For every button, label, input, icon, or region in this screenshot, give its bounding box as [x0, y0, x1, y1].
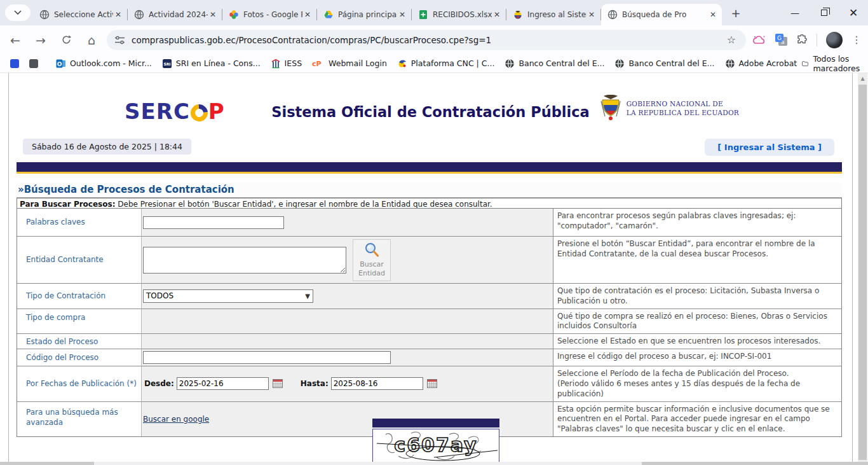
desde-date-input[interactable]: [177, 377, 269, 390]
label-busqueda-avanzada: Para una búsqueda más avanzada: [17, 402, 142, 436]
desc-estado-proceso: Seleccione el Estado en que se encuentre…: [553, 334, 841, 349]
tab-label: Seleccione Activ: [54, 10, 113, 19]
field-tipo-contratacion: TODOS ▼: [142, 284, 553, 309]
tab-strip: Seleccione Activ ✕ Actividad 2024-1 ✕ Fo…: [0, 0, 868, 25]
ai-cloud-icon[interactable]: [752, 35, 766, 45]
ecuador-crest-icon: [513, 10, 523, 20]
login-button[interactable]: [ Ingresar al Sistema ]: [705, 139, 834, 156]
new-tab-button[interactable]: +: [728, 6, 743, 20]
calendar-icon[interactable]: [427, 379, 437, 388]
site-page: SERCP Sistema Oficial de Contratación Pú…: [8, 73, 853, 465]
field-palabras-claves: [142, 209, 553, 237]
address-bar[interactable]: compraspublicas.gob.ec/ProcesoContrataci…: [107, 30, 746, 50]
horizontal-scrollbar-thumb[interactable]: [94, 462, 642, 465]
chevron-down-icon: [14, 10, 22, 15]
field-entidad-contratante: Buscar Entidad: [142, 237, 553, 284]
translate-icon[interactable]: Ga: [775, 34, 787, 46]
tab-seleccione[interactable]: Seleccione Activ ✕: [33, 4, 127, 25]
extensions-puzzle-icon[interactable]: [796, 34, 808, 46]
tab-close-icon[interactable]: ✕: [302, 10, 313, 19]
label-tipo-compra: Tipo de compra: [17, 309, 142, 335]
bookmark-webmail[interactable]: cP Webmail Login: [307, 59, 392, 68]
tab-label: RECIBIDOS.xlsx -: [433, 10, 492, 19]
tab-busqueda-active[interactable]: Búsqueda de Pro ✕: [601, 4, 722, 25]
google-sheets-icon: [418, 10, 428, 20]
globe-icon: [505, 59, 515, 69]
restore-button[interactable]: [810, 0, 839, 25]
hasta-date-input[interactable]: [331, 377, 423, 390]
field-codigo-proceso: [142, 349, 553, 366]
tab-close-icon[interactable]: ✕: [113, 10, 123, 19]
globe-icon: [725, 59, 735, 69]
iess-icon: [271, 59, 281, 69]
tab-actividad[interactable]: Actividad 2024-1 ✕: [128, 4, 222, 25]
bookmark-blue-square[interactable]: [0, 59, 24, 68]
tab-recibidos[interactable]: RECIBIDOS.xlsx - ✕: [412, 4, 506, 25]
gray-square-icon: [29, 59, 38, 68]
vertical-scrollbar-thumb[interactable]: [858, 85, 867, 460]
bookmark-banco-central-1[interactable]: Banco Central del E...: [499, 59, 609, 69]
tab-search-button[interactable]: [5, 4, 31, 21]
home-button[interactable]: ⌂: [81, 30, 102, 50]
tipo-contratacion-select[interactable]: TODOS ▼: [143, 289, 313, 303]
desc-busqueda-avanzada: Esta opción permite buscar información e…: [553, 402, 841, 436]
bookmark-banco-central-2[interactable]: Banco Central del E...: [609, 59, 719, 69]
label-estado-proceso: Estado del Proceso: [17, 334, 142, 349]
tab-fotos[interactable]: Fotos - Google F ✕: [222, 4, 316, 25]
buscar-en-google-link[interactable]: Buscar en google: [143, 415, 209, 424]
url-text[interactable]: compraspublicas.gob.ec/ProcesoContrataci…: [132, 35, 724, 45]
label-entidad-contratante: Entidad Contratante: [17, 237, 142, 284]
bookmark-star-icon[interactable]: ☆: [724, 34, 738, 46]
all-bookmarks-label: Todos los marcadores: [813, 54, 864, 73]
buscar-entidad-button[interactable]: Buscar Entidad: [353, 239, 391, 281]
forward-button[interactable]: →: [31, 30, 51, 50]
browser-menu-icon[interactable]: ⋮: [851, 34, 862, 46]
all-bookmarks[interactable]: Todos los marcadores: [802, 54, 868, 73]
scroll-up-arrow-icon[interactable]: ▲: [858, 73, 867, 83]
reload-button[interactable]: [56, 30, 76, 50]
entity-textarea[interactable]: [143, 247, 346, 274]
bookmark-sri[interactable]: SRI SRI en Línea - Cons...: [157, 59, 266, 69]
back-button[interactable]: ←: [5, 30, 25, 50]
keywords-input[interactable]: [143, 216, 284, 229]
codigo-proceso-input[interactable]: [143, 351, 391, 364]
bookmark-cnc[interactable]: Plataforma CNC | C...: [392, 59, 500, 69]
close-window-button[interactable]: ✕: [839, 0, 868, 25]
minimize-button[interactable]: —: [780, 0, 810, 25]
site-header: SERCP Sistema Oficial de Contratación Pú…: [9, 73, 852, 135]
globe-icon: [614, 59, 625, 69]
tab-ingreso[interactable]: Ingreso al Sistem ✕: [506, 4, 600, 25]
bookmark-adobe-acrobat[interactable]: Adobe Acrobat: [720, 59, 803, 69]
svg-text:SRI: SRI: [163, 62, 170, 66]
folder-icon: [802, 59, 808, 68]
site-settings-icon[interactable]: [114, 36, 125, 45]
tab-close-icon[interactable]: ✕: [708, 10, 718, 19]
profile-avatar[interactable]: [826, 32, 843, 48]
section-title: »Búsqueda de Procesos de Contratación: [17, 183, 842, 198]
tab-close-icon[interactable]: ✕: [492, 10, 502, 19]
bookmark-label: SRI en Línea - Cons...: [176, 59, 261, 68]
restore-icon: [821, 10, 827, 16]
label-fechas-publicacion: Por Fechas de Publicación (*): [17, 366, 142, 401]
globe-icon: [134, 10, 144, 20]
globe-icon: [607, 10, 618, 20]
google-drive-icon: [323, 10, 334, 20]
bookmark-label: Banco Central del E...: [628, 59, 714, 68]
government-logo: GOBIERNO NACIONAL DE LA REPUBLICA DEL EC…: [600, 95, 739, 121]
vertical-scrollbar[interactable]: ▲: [858, 73, 867, 462]
tab-close-icon[interactable]: ✕: [587, 10, 597, 19]
buscar-entidad-label: Buscar Entidad: [353, 260, 390, 278]
desc-codigo-proceso: Ingrese el código del proceso a buscar, …: [553, 349, 841, 366]
bookmark-iess[interactable]: IESS: [266, 59, 307, 69]
horizontal-scrollbar[interactable]: [0, 462, 868, 465]
magnifier-icon: [363, 242, 380, 258]
bookmark-label: IESS: [285, 59, 302, 68]
tab-close-icon[interactable]: ✕: [208, 10, 218, 19]
tab-pagina-principal[interactable]: Página principal ✕: [317, 4, 411, 25]
bookmark-gray-square[interactable]: [24, 59, 43, 68]
desc-tipo-compra: Qué tipo de compra se realizó en el proc…: [553, 309, 841, 335]
tab-close-icon[interactable]: ✕: [397, 10, 407, 19]
bookmark-outlook[interactable]: O Outlook.com - Micr...: [51, 59, 157, 69]
desc-tipo-contratacion: Que tipo de contratación es el proceso: …: [553, 284, 841, 309]
calendar-icon[interactable]: [273, 379, 283, 388]
